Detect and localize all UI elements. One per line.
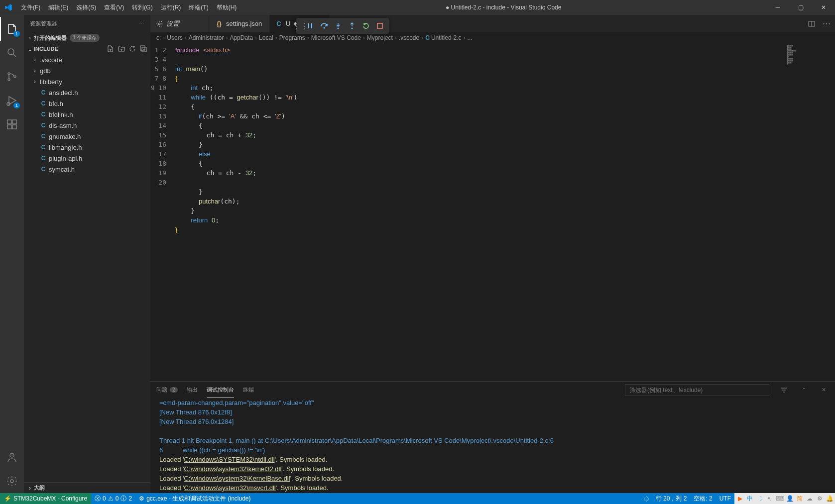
tree-item[interactable]: ›libiberty: [24, 76, 150, 87]
c-file-icon: C: [39, 100, 48, 107]
collapse-icon[interactable]: [138, 44, 148, 54]
svg-point-5: [8, 73, 10, 75]
outline-section[interactable]: › 大纲: [24, 482, 150, 493]
breadcrumb-seg[interactable]: Administrator: [189, 34, 224, 41]
panel-close-icon[interactable]: ✕: [818, 385, 829, 396]
filter-settings-icon[interactable]: [778, 385, 789, 396]
status-spaces[interactable]: 空格: 2: [690, 493, 716, 504]
breadcrumb-seg[interactable]: Users: [167, 34, 182, 41]
tray-bell-icon[interactable]: 🔔: [825, 494, 834, 503]
split-editor-icon[interactable]: [806, 18, 817, 29]
debug-step-over-button[interactable]: [317, 19, 331, 33]
debug-step-out-button[interactable]: [345, 19, 359, 33]
tree-item[interactable]: Cansidecl.h: [24, 87, 150, 98]
maximize-button[interactable]: ▢: [789, 0, 812, 15]
menu-edit[interactable]: 编辑(E): [44, 0, 72, 15]
status-cursor[interactable]: 行 20，列 2: [652, 493, 691, 504]
panel-terminal-tab[interactable]: 终端: [243, 382, 254, 398]
status-encoding[interactable]: UTF: [716, 493, 734, 504]
menu-view[interactable]: 查看(V): [100, 0, 128, 15]
tray-moon-icon[interactable]: ☽: [755, 494, 764, 503]
sidebar-header: 资源管理器 ⋯: [24, 15, 150, 32]
open-editors-section[interactable]: › 打开的编辑器 1 个未保存: [24, 32, 150, 43]
activity-account[interactable]: [0, 445, 24, 469]
svg-rect-9: [7, 120, 11, 124]
activity-extensions[interactable]: [0, 112, 24, 136]
svg-point-2: [352, 28, 353, 29]
tray-icon[interactable]: ▶: [735, 494, 744, 503]
debug-console-output[interactable]: =cmd-param-changed,param="pagination",va…: [150, 398, 835, 493]
refresh-icon[interactable]: [127, 44, 137, 54]
panel-debug-tab[interactable]: 调试控制台: [207, 382, 234, 398]
svg-rect-3: [377, 23, 382, 28]
menu-help[interactable]: 帮助(H): [213, 0, 241, 15]
status-problems[interactable]: ⓧ0 ⚠0 ⓘ2: [91, 493, 135, 504]
tray-cloud-icon[interactable]: ☁: [805, 494, 814, 503]
breadcrumb[interactable]: c:›Users›Administrator›AppData›Local›Pro…: [150, 32, 835, 43]
tree-item[interactable]: Csymcat.h: [24, 164, 150, 175]
breadcrumb-seg[interactable]: Local: [259, 34, 273, 41]
tray-ime-icon[interactable]: 中: [745, 494, 754, 503]
gear-icon: ⚙: [139, 495, 144, 502]
status-task[interactable]: ⚙gcc.exe - 生成和调试活动文件 (include): [135, 493, 254, 504]
menu-run[interactable]: 运行(R): [157, 0, 185, 15]
tree-item[interactable]: Cbfdlink.h: [24, 109, 150, 120]
breadcrumb-seg[interactable]: AppData: [230, 34, 253, 41]
tray-user-icon[interactable]: 👤: [785, 494, 794, 503]
tray-keyboard-icon[interactable]: ⌨: [775, 494, 784, 503]
status-spinner[interactable]: ◌: [640, 493, 652, 504]
breadcrumb-seg[interactable]: Myproject: [367, 34, 393, 41]
tree-item[interactable]: Cdis-asm.h: [24, 120, 150, 131]
tree-item[interactable]: Clibmangle.h: [24, 142, 150, 153]
activity-search[interactable]: [0, 41, 24, 65]
minimap[interactable]: ████████████████████████████████████████…: [785, 43, 835, 381]
breadcrumb-seg[interactable]: CUntitled-2.c: [425, 34, 461, 41]
menu-select[interactable]: 选择(S): [72, 0, 100, 15]
debug-step-into-button[interactable]: [331, 19, 345, 33]
debug-stop-button[interactable]: [373, 19, 387, 33]
code-content[interactable]: #include <stdio.h> int main() { int ch; …: [175, 43, 785, 381]
tree-item[interactable]: Cplugin-api.h: [24, 153, 150, 164]
panel-problems-tab[interactable]: 问题2: [156, 382, 178, 398]
tray-gear-icon[interactable]: ⚙: [815, 494, 824, 503]
menu-file[interactable]: 文件(F): [17, 0, 44, 15]
editor-tab[interactable]: {}settings.json: [210, 15, 270, 32]
editor-tab[interactable]: 设置: [150, 15, 210, 32]
debug-pause-button[interactable]: [303, 19, 317, 33]
panel-output-tab[interactable]: 输出: [187, 382, 198, 398]
new-file-icon[interactable]: [106, 44, 116, 54]
breadcrumb-seg[interactable]: Programs: [279, 34, 305, 41]
breadcrumb-seg[interactable]: ...: [468, 34, 473, 41]
drag-handle-icon[interactable]: ⋮⋮: [298, 21, 303, 31]
panel-up-icon[interactable]: ⌃: [798, 385, 809, 396]
activity-scm[interactable]: [0, 65, 24, 89]
activity-settings[interactable]: [0, 469, 24, 493]
breadcrumb-seg[interactable]: c:: [156, 34, 161, 41]
debug-toolbar[interactable]: ⋮⋮: [296, 18, 389, 34]
menu-go[interactable]: 转到(G): [128, 0, 156, 15]
activity-debug[interactable]: 1: [0, 89, 24, 112]
more-icon[interactable]: ⋯: [821, 18, 832, 29]
close-button[interactable]: ✕: [812, 0, 835, 15]
panel-filter-input[interactable]: [625, 384, 769, 396]
debug-restart-button[interactable]: [359, 19, 373, 33]
tree-item[interactable]: Cbfd.h: [24, 98, 150, 109]
info-icon: ⓘ: [120, 495, 126, 503]
tree-item[interactable]: ›gdb: [24, 65, 150, 76]
tray-simp-icon[interactable]: 简: [795, 494, 804, 503]
breadcrumb-seg[interactable]: .vscode: [399, 34, 419, 41]
tree-item[interactable]: Cgnumake.h: [24, 131, 150, 142]
tray-punct-icon[interactable]: •,: [765, 494, 774, 503]
editor-body[interactable]: 1 2 3 4 5 6 7 8 9 10 11 12 13 14 15 16 1…: [150, 43, 835, 381]
unsaved-badge: 1 个未保存: [70, 34, 100, 42]
breadcrumb-seg[interactable]: Microsoft VS Code: [311, 34, 361, 41]
folder-header[interactable]: ⌄ INCLUDE: [24, 43, 150, 54]
minimize-button[interactable]: ─: [766, 0, 789, 15]
menu-terminal[interactable]: 终端(T): [185, 0, 212, 15]
new-folder-icon[interactable]: [117, 44, 126, 54]
svg-point-14: [10, 480, 13, 483]
activity-explorer[interactable]: 1: [0, 17, 24, 41]
tree-item[interactable]: ›.vscode: [24, 54, 150, 65]
more-icon[interactable]: ⋯: [139, 20, 144, 27]
status-remote[interactable]: ⚡STM32CubeMX - Configure: [0, 493, 91, 504]
